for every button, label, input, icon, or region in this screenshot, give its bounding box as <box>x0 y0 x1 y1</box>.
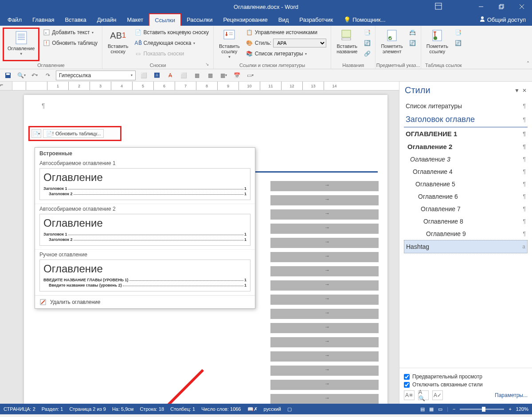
status-line[interactable]: Строка: 18 <box>140 406 164 412</box>
qat-btn-6[interactable]: ▦ <box>205 71 215 80</box>
zoom-slider[interactable] <box>460 409 504 410</box>
preview-checkbox-input[interactable] <box>404 374 410 380</box>
insert-endnote-button[interactable]: 📄 Вставить концевую сноску <box>133 28 211 37</box>
gallery-auto2[interactable]: Автособираемое оглавление 2 Оглавление З… <box>35 204 255 250</box>
bibliography-button[interactable]: 📚 Список литературы ▾ <box>244 49 328 59</box>
insert-citation-button[interactable]: Вставить ссылку ▼ <box>216 28 243 61</box>
pane-dropdown-icon[interactable]: ▼ <box>514 87 520 94</box>
minimize-button[interactable] <box>471 0 491 13</box>
add-text-button[interactable]: + Добавить текст ▾ <box>41 28 99 37</box>
zoom-out-button[interactable]: − <box>453 406 455 412</box>
view-print-icon[interactable]: ▦ <box>429 406 434 412</box>
tab-design[interactable]: Дизайн <box>92 13 122 26</box>
insert-table-figures-button[interactable]: 📑 <box>362 28 372 37</box>
style-item[interactable]: Оглавление 5¶ <box>404 178 528 190</box>
next-footnote-button[interactable]: AB̌ Следующая сноска ▾ <box>133 38 211 48</box>
insert-toa-button[interactable]: 📑 <box>453 28 463 37</box>
toc-update-button[interactable]: 📄! Обновить таблицу... <box>43 129 104 138</box>
style-item[interactable]: Заголовок оглавле¶ <box>404 112 528 127</box>
update-toa-button[interactable]: 🔄 <box>453 38 463 48</box>
update-table-button[interactable]: ! Обновить таблицу <box>41 38 99 48</box>
style-inspector-button[interactable]: A🔍 <box>418 390 429 400</box>
footnotes-launcher-icon[interactable]: ↘ <box>205 62 211 67</box>
style-item[interactable]: Оглавление 8¶ <box>404 215 528 228</box>
style-item[interactable]: Список литературы¶ <box>404 100 528 112</box>
restore-button[interactable] <box>491 0 512 13</box>
share-button[interactable]: Общий доступ <box>473 13 532 26</box>
style-item[interactable]: Оглавление 9¶ <box>404 228 528 240</box>
delete-toc-menuitem[interactable]: Удалить оглавление <box>35 295 255 308</box>
status-macro-icon[interactable]: ▢ <box>287 406 292 412</box>
toc-button[interactable]: Оглавление ▼ <box>3 28 39 61</box>
qat-btn-4[interactable]: ⬜ <box>178 71 189 80</box>
view-read-icon[interactable]: ▤ <box>420 406 425 412</box>
insert-footnote-button[interactable]: AB1 Вставить сноску <box>105 28 131 61</box>
style-item[interactable]: Hashtaga <box>404 240 528 253</box>
style-selector[interactable]: Гиперссылка▾ <box>56 71 136 80</box>
gallery-auto1[interactable]: Автособираемое оглавление 1 Оглавление З… <box>35 158 255 204</box>
preview-button[interactable]: 🔍▾ <box>16 71 27 80</box>
tab-review[interactable]: Рецензирование <box>218 13 273 26</box>
tab-mailings[interactable]: Рассылки <box>181 13 218 26</box>
citation-style-select[interactable]: 🎨 Стиль: APA <box>244 38 328 48</box>
qat-btn-2[interactable]: 🅰 <box>152 71 162 80</box>
status-pages[interactable]: Страница 2 из 9 <box>69 406 106 412</box>
status-words[interactable]: Число слов: 1066 <box>201 406 241 412</box>
qat-btn-1[interactable]: ⬜ <box>138 71 149 80</box>
preview-checkbox[interactable]: Предварительный просмотр <box>404 374 528 380</box>
qat-btn-7[interactable]: ▦▾ <box>218 71 229 80</box>
tab-layout[interactable]: Макет <box>121 13 149 26</box>
manage-sources-button[interactable]: 📋 Управление источниками <box>244 28 328 37</box>
tab-references[interactable]: Ссылки <box>149 13 181 26</box>
toc-menu-icon[interactable]: 📄▾ <box>31 129 41 138</box>
style-item[interactable]: Оглавление 3¶ <box>404 153 528 165</box>
document-area[interactable]: ¶ 📄▾ 📄! Обновить таблицу... ·оглавления … <box>12 90 399 404</box>
qat-btn-8[interactable]: 📅 <box>231 71 242 80</box>
style-item[interactable]: Оглавление 4¶ <box>404 165 528 178</box>
disable-linked-checkbox[interactable]: Отключить связанные стили <box>404 382 528 388</box>
status-col[interactable]: Столбец: 1 <box>170 406 195 412</box>
status-spellcheck-icon[interactable]: 📖✗ <box>247 406 258 412</box>
style-dropdown[interactable]: APA <box>273 39 326 47</box>
insert-caption-button[interactable]: Вставить название <box>334 28 360 61</box>
save-button[interactable] <box>3 71 13 80</box>
zoom-level[interactable]: 120% <box>516 406 528 412</box>
redo-button[interactable]: ↷ <box>43 71 53 80</box>
style-item[interactable]: Оглавление 2¶ <box>404 140 528 153</box>
close-button[interactable] <box>512 0 532 13</box>
update-figures-button[interactable]: 🔄 <box>362 38 372 48</box>
qat-btn-9[interactable]: ▭▾ <box>245 71 255 80</box>
new-style-button[interactable]: A✳ <box>404 390 415 400</box>
status-page[interactable]: СТРАНИЦА: 2 <box>4 406 35 412</box>
status-at[interactable]: На: 5,9см <box>112 406 134 412</box>
tab-insert[interactable]: Вставка <box>59 13 91 26</box>
tell-me-input[interactable]: 💡 Помощник... <box>338 13 391 26</box>
ruler-horizontal[interactable]: 1234567891011121314 <box>12 82 399 90</box>
mark-citation-button[interactable]: Пометить ссылку <box>424 28 451 61</box>
styles-list[interactable]: Список литературы¶Заголовок оглавле¶ОГЛА… <box>399 97 532 368</box>
qat-btn-5[interactable]: ▦ <box>192 71 202 80</box>
insert-index-button[interactable]: 📇 <box>407 28 418 37</box>
style-item[interactable]: Оглавление 6¶ <box>404 190 528 203</box>
disable-linked-checkbox-input[interactable] <box>404 382 410 388</box>
status-section[interactable]: Раздел: 1 <box>42 406 63 412</box>
ribbon-display-icon[interactable] <box>434 2 442 12</box>
collapse-ribbon-icon[interactable]: ˄ <box>527 61 529 67</box>
styles-options-link[interactable]: Параметры... <box>495 392 528 398</box>
qat-btn-3[interactable]: A̶ <box>165 71 176 80</box>
tab-view[interactable]: Вид <box>273 13 294 26</box>
gallery-manual[interactable]: Ручное оглавление Оглавление ВВЕДИТЕ НАЗ… <box>35 250 255 295</box>
undo-button[interactable]: ↶▾ <box>29 71 40 80</box>
zoom-in-button[interactable]: + <box>509 406 511 412</box>
tab-home[interactable]: Главная <box>27 13 59 26</box>
show-notes-button[interactable]: ▭ Показать сноски <box>133 49 211 59</box>
tab-file[interactable]: Файл <box>2 13 27 26</box>
update-index-button[interactable]: 🔄 <box>407 38 418 48</box>
cross-reference-button[interactable]: 🔗 <box>362 49 372 59</box>
toc-field-control[interactable]: 📄▾ 📄! Обновить таблицу... <box>28 126 121 141</box>
style-item[interactable]: ОГЛАВЛЕНИЕ 1¶ <box>404 127 528 140</box>
manage-styles-button[interactable]: A✓ <box>432 390 443 400</box>
view-web-icon[interactable]: ▭ <box>438 406 442 412</box>
mark-entry-button[interactable]: Пометить элемент <box>378 28 405 61</box>
tab-developer[interactable]: Разработчик <box>294 13 338 26</box>
